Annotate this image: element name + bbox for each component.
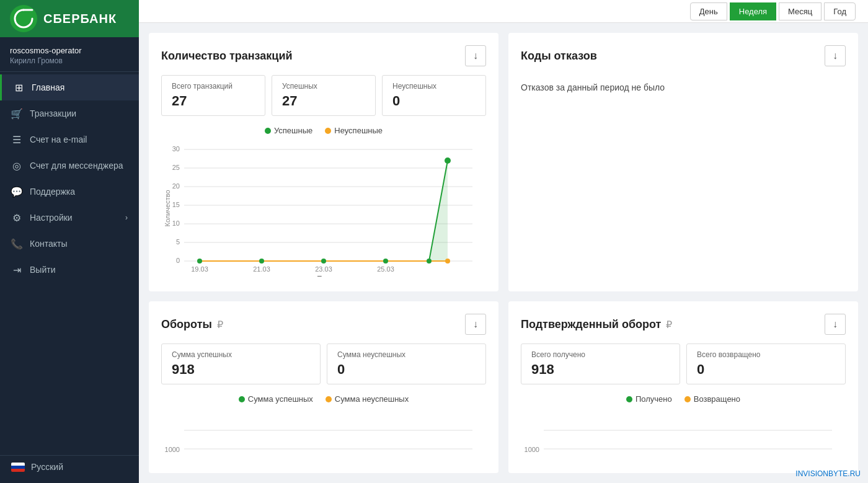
- messenger-icon: ◎: [11, 160, 22, 171]
- confirmed-download-button[interactable]: ↓: [825, 314, 846, 335]
- sidebar-username: roscosmos-operator: [10, 46, 129, 55]
- russian-flag-icon: [11, 463, 25, 472]
- sidebar-logo: СБЕРБАНК: [0, 0, 139, 37]
- sidebar-item-messenger-account[interactable]: ◎ Счет для мессенджера: [0, 153, 139, 179]
- transactions-chart-svg: 0 5 10 15 20 25 30 Количество: [161, 140, 486, 277]
- refusals-download-button[interactable]: ↓: [825, 45, 846, 66]
- stat-received: Всего получено 918: [521, 343, 680, 384]
- sidebar-item-logout[interactable]: ⇥ Выйти: [0, 257, 139, 283]
- main-content: День Неделя Месяц Год Количество транзак…: [139, 0, 868, 483]
- refusals-card: Коды отказов ↓ Отказов за данный период …: [508, 33, 858, 291]
- period-year-button[interactable]: Год: [824, 2, 856, 20]
- turnover-card-title: Обороты ₽: [161, 318, 223, 331]
- legend-success-label: Успешные: [274, 126, 312, 135]
- svg-point-23: [445, 157, 451, 164]
- svg-point-19: [259, 259, 264, 264]
- turnover-chart-svg: 1000: [161, 409, 486, 458]
- sidebar: СБЕРБАНК roscosmos-operator Кирилл Громо…: [0, 0, 139, 483]
- legend-fail: Неуспешные: [325, 126, 383, 135]
- email-account-icon: ☰: [11, 134, 22, 145]
- refusals-empty-text: Отказов за данный период не было: [521, 81, 846, 94]
- confirmed-stats-row: Всего получено 918 Всего возвращено 0: [521, 343, 846, 384]
- turnover-stats-row: Сумма успешных 918 Сумма неуспешных 0: [161, 343, 486, 384]
- chevron-right-icon: ›: [125, 213, 128, 222]
- svg-text:25: 25: [172, 164, 180, 171]
- stat-total-value: 27: [172, 93, 255, 109]
- svg-text:15: 15: [172, 201, 180, 208]
- svg-point-22: [427, 259, 432, 264]
- sidebar-item-transactions-label: Транзакции: [30, 109, 76, 118]
- svg-marker-17: [200, 161, 448, 261]
- svg-text:10: 10: [172, 219, 180, 227]
- svg-text:30: 30: [172, 145, 180, 153]
- confirmed-currency: ₽: [666, 319, 672, 330]
- stat-success-label: Успешных: [282, 82, 365, 91]
- transactions-download-button[interactable]: ↓: [465, 45, 486, 66]
- transactions-stats-row: Всего транзакций 27 Успешных 27 Неуспешн…: [161, 75, 486, 116]
- transactions-chart: 0 5 10 15 20 25 30 Количество: [161, 140, 486, 279]
- period-day-button[interactable]: День: [690, 2, 727, 20]
- svg-text:21.03: 21.03: [253, 265, 270, 273]
- legend-success-dot: [265, 128, 271, 134]
- transactions-card-header: Количество транзакций ↓: [161, 45, 486, 66]
- transactions-icon: 🛒: [11, 108, 22, 119]
- transactions-card-title: Количество транзакций: [161, 50, 293, 63]
- contacts-icon: 📞: [11, 238, 22, 249]
- language-label: Русский: [31, 462, 63, 472]
- turnover-card-header: Обороты ₽ ↓: [161, 314, 486, 335]
- sidebar-item-transactions[interactable]: 🛒 Транзакции: [0, 100, 139, 126]
- confirmed-chart-svg: 1000: [521, 409, 846, 458]
- legend-received-dot: [626, 396, 632, 402]
- sidebar-item-email-account[interactable]: ☰ Счет на e-mail: [0, 126, 139, 153]
- stat-returned-label: Всего возвращено: [697, 350, 835, 359]
- legend-fail-sum: Сумма неуспешных: [326, 394, 409, 404]
- sberbank-logo-icon: [10, 5, 37, 32]
- refusals-card-header: Коды отказов ↓: [521, 45, 846, 66]
- sidebar-user: roscosmos-operator Кирилл Громов: [0, 37, 139, 72]
- confirmed-legend: Получено Возвращено: [521, 394, 846, 404]
- stat-fail-label: Неуспешных: [392, 82, 476, 91]
- legend-received: Получено: [626, 394, 672, 404]
- period-month-button[interactable]: Месяц: [779, 2, 822, 20]
- stat-received-value: 918: [531, 361, 670, 378]
- sidebar-item-settings[interactable]: ⚙ Настройки ›: [0, 205, 139, 231]
- svg-point-20: [321, 259, 326, 264]
- confirmed-chart: 1000: [521, 409, 846, 461]
- sidebar-item-home[interactable]: ⊞ Главная: [0, 74, 139, 100]
- language-selector[interactable]: Русский: [0, 456, 139, 478]
- stat-fail-transactions: Неуспешных 0: [382, 75, 486, 116]
- stat-fail-sum-value: 0: [337, 361, 476, 378]
- confirmed-y-label: 1000: [525, 446, 539, 453]
- sidebar-item-contacts[interactable]: 📞 Контакты: [0, 231, 139, 257]
- sidebar-nav: ⊞ Главная 🛒 Транзакции ☰ Счет на e-mail …: [0, 72, 139, 455]
- svg-text:19.03: 19.03: [191, 265, 208, 273]
- period-week-button[interactable]: Неделя: [730, 2, 776, 20]
- home-icon: ⊞: [13, 82, 24, 93]
- svg-text:5: 5: [176, 238, 180, 246]
- transactions-card: Количество транзакций ↓ Всего транзакций…: [149, 33, 498, 291]
- stat-returned-value: 0: [697, 361, 835, 378]
- svg-point-21: [383, 259, 388, 264]
- stat-returned: Всего возвращено 0: [686, 343, 846, 384]
- svg-text:25.03: 25.03: [377, 265, 394, 273]
- sidebar-item-messenger-label: Счет для мессенджера: [30, 161, 123, 171]
- svg-text:0: 0: [176, 257, 180, 264]
- turnover-y-label: 1000: [165, 446, 180, 453]
- sidebar-item-support-label: Поддержка: [30, 187, 75, 197]
- sidebar-item-support[interactable]: 💬 Поддержка: [0, 179, 139, 205]
- legend-returned-label: Возвращено: [694, 394, 740, 404]
- watermark-text: INVISIONBYTE: [795, 469, 848, 478]
- legend-success-sum: Сумма успешных: [239, 394, 313, 404]
- legend-success-sum-dot: [239, 396, 245, 402]
- topbar: День Неделя Месяц Год: [139, 0, 868, 23]
- dashboard: Количество транзакций ↓ Всего транзакций…: [139, 23, 868, 483]
- legend-returned: Возвращено: [684, 394, 740, 404]
- stat-success-sum: Сумма успешных 918: [161, 343, 321, 384]
- turnover-download-button[interactable]: ↓: [465, 314, 486, 335]
- logo-text: СБЕРБАНК: [43, 12, 117, 26]
- confirmed-turnover-card: Подтвержденный оборот ₽ ↓ Всего получено…: [508, 301, 858, 473]
- turnover-currency: ₽: [217, 319, 223, 330]
- stat-success-value: 27: [282, 93, 365, 109]
- watermark-suffix: .RU: [848, 469, 861, 478]
- svg-text:20: 20: [172, 182, 180, 190]
